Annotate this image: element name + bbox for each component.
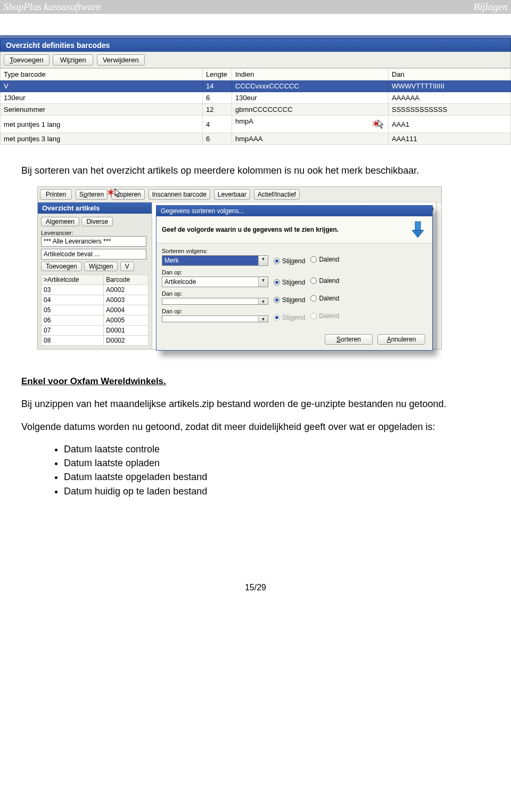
toevoegen-button[interactable]: Toevoegen	[4, 54, 50, 66]
sort-field-combo[interactable]: Merk▾	[162, 255, 268, 266]
cell: V	[1, 80, 203, 92]
btn-label: Wijzigen	[60, 56, 86, 64]
radio-stijgend[interactable]: Stijgend	[274, 296, 305, 304]
combo-value	[162, 298, 258, 304]
table-row[interactable]: 08D0002	[42, 336, 149, 346]
table-row[interactable]: 03A0002	[42, 285, 149, 295]
table-row[interactable]: 06A0005	[42, 315, 149, 326]
table-row[interactable]: 130eur6130eurAAAAAA	[1, 92, 511, 104]
radio-label: Dalend	[319, 312, 339, 320]
radio-dot-icon	[274, 314, 280, 321]
leverancier-label: Leverancier:	[41, 230, 149, 236]
combo-value: Artikelcode	[162, 277, 258, 287]
cell: D0002	[104, 336, 149, 346]
cell: 06	[42, 315, 104, 326]
printen-button[interactable]: Printen	[40, 189, 72, 200]
click-marker: ✶	[371, 117, 385, 131]
chevron-down-icon[interactable]: ▾	[258, 256, 268, 265]
actief/inactief-button[interactable]: Actief/Inactief	[254, 189, 300, 200]
annuleren-button[interactable]: Annuleren	[377, 334, 425, 345]
radio-label: Stijgend	[282, 296, 305, 304]
table-row[interactable]: 07D0001	[42, 326, 149, 336]
wijzigen-button[interactable]: Wijzigen	[53, 54, 93, 66]
sort-dialog-header: Geef de volgorde waarin u de gegevens wi…	[156, 216, 432, 243]
toolbar: Toevoegen Wijzigen Verwijderen	[0, 52, 511, 68]
more-small-button[interactable]: V	[120, 262, 134, 271]
verwijderen-button[interactable]: Verwijderen	[97, 54, 145, 66]
sorteren-button[interactable]: Sorteren	[76, 189, 108, 200]
cell: met puntjes 3 lang	[1, 133, 203, 145]
sort-row: Sorteren volgens:Merk▾StijgendDalend	[162, 248, 427, 266]
btn-label: Verwijderen	[103, 56, 139, 64]
radio-dalend[interactable]: Dalend	[310, 277, 339, 285]
radio-dalend[interactable]: Dalend	[310, 295, 339, 302]
col-dan[interactable]: Dan	[389, 69, 511, 80]
cell: hmpA✶	[232, 116, 389, 133]
col-indien[interactable]: Indien	[232, 69, 389, 80]
cell: A0005	[104, 315, 149, 326]
cell: WWWVTTTTIIIIII	[389, 80, 511, 92]
chevron-down-icon: ▾	[258, 316, 268, 322]
cell: 130eur	[1, 92, 203, 104]
tab-diverse[interactable]: Diverse	[81, 217, 113, 226]
cell: AAAAAA	[389, 92, 511, 104]
cell: SSSSSSSSSSSS	[389, 104, 511, 116]
artikelcode-filter[interactable]: Artikelcode bevat ...	[41, 249, 146, 259]
overview-left-panel: Overzicht artikels Algemeen Diverse Leve…	[38, 202, 152, 349]
sorteren-button[interactable]: Sorteren	[325, 334, 373, 345]
chevron-down-icon[interactable]: ▾	[258, 298, 268, 304]
inscannen-barcode-button[interactable]: Inscannen barcode	[149, 189, 210, 200]
btn-label: oevoegen	[13, 56, 44, 64]
header-product: ShopPlus kassasoftware	[3, 1, 474, 13]
radio-label: Stijgend	[282, 257, 305, 265]
radio-dot-icon	[310, 278, 317, 284]
table-row[interactable]: Serienummer12gbmnCCCCCCCCSSSSSSSSSSSS	[1, 104, 511, 116]
cell: met puntjes 1 lang	[1, 116, 203, 133]
cell: D0001	[104, 326, 149, 336]
cell: 08	[42, 336, 104, 346]
outer-toolbar: PrintenSorterenCopierenInscannen barcode…	[38, 187, 441, 202]
radio-label: Dalend	[319, 295, 339, 302]
radio-label: Dalend	[319, 277, 339, 285]
cell: A0004	[104, 305, 149, 315]
cursor-icon	[114, 188, 122, 198]
toevoegen-small-button[interactable]: Toevoegen	[41, 262, 82, 271]
col-type[interactable]: Type barcode	[1, 69, 203, 80]
list-item: Datum laatste opgeladen bestand	[64, 470, 490, 483]
leverbaar-button[interactable]: Leverbaar	[214, 189, 250, 200]
table-row[interactable]: met puntjes 1 lang4hmpA✶AAA1	[1, 116, 511, 133]
page-number: 15/29	[0, 583, 511, 608]
cell: A0003	[104, 295, 149, 305]
tab-label: iverse	[91, 218, 108, 225]
sort-row: Dan op:▾StijgendDalend	[162, 290, 427, 305]
radio-stijgend[interactable]: Stijgend	[274, 257, 305, 265]
chevron-down-icon[interactable]: ▾	[258, 277, 268, 287]
radio-dot-icon	[310, 295, 317, 302]
sort-row-label: Sorteren volgens:	[162, 248, 268, 254]
tab-label: lgemeen	[50, 218, 75, 225]
paragraph-sort-info: Bij sorteren van het overzicht artikels …	[21, 164, 490, 177]
radio-label: Stijgend	[282, 314, 305, 321]
table-row[interactable]: 05A0004	[42, 305, 149, 315]
radio-dot-icon	[310, 313, 317, 319]
list-item: Datum huidig op te laden bestand	[64, 485, 490, 498]
tab-algemeen[interactable]: Algemeen	[41, 217, 79, 226]
mini-col-artikelcode[interactable]: >Artikelcode	[42, 275, 104, 285]
radio-stijgend: Stijgend	[274, 314, 305, 321]
radio-stijgend[interactable]: Stijgend	[274, 279, 305, 286]
table-row[interactable]: met puntjes 3 lang6hmpAAAAAA111	[1, 133, 511, 145]
radio-dalend[interactable]: Dalend	[310, 256, 339, 263]
cell: CCCCvxxxCCCCCC	[232, 80, 389, 92]
leverancier-field[interactable]: *** Alle Leveranciers ***	[41, 236, 146, 247]
col-lengte[interactable]: Lengte	[203, 69, 232, 80]
table-row[interactable]: 04A0003	[42, 295, 149, 305]
sort-dialog: Gegevens sorteren volgens... Geef de vol…	[156, 205, 433, 351]
sort-field-combo[interactable]: ▾	[162, 298, 268, 305]
sort-field-combo[interactable]: Artikelcode▾	[162, 277, 268, 287]
mini-col-barcode[interactable]: Barcode	[104, 275, 149, 285]
table-row[interactable]: V14CCCCvxxxCCCCCCWWWVTTTTIIIIII	[1, 80, 511, 92]
cell: A0002	[104, 285, 149, 295]
combo-value	[162, 316, 258, 322]
wijzigen-small-button[interactable]: Wijzigen	[84, 262, 118, 271]
mini-table: >Artikelcode Barcode 03A000204A000305A00…	[41, 274, 149, 346]
